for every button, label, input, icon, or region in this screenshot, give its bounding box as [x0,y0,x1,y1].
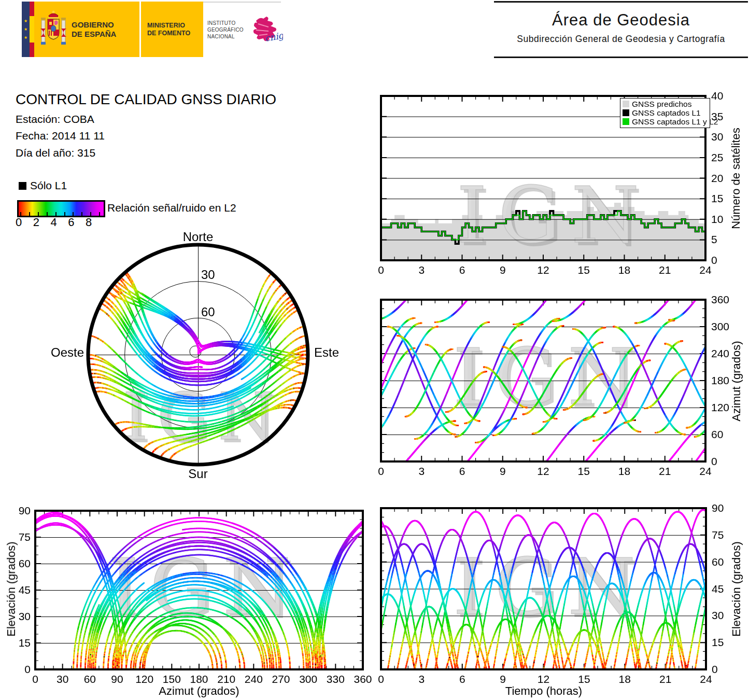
eu-flag-strip: ★ ★ ★ [22,2,30,57]
elevation-left-y-axis-title: Elevación (grados) [5,541,18,636]
legend-row-captados-l1: GNSS captados L1 [623,108,710,117]
spain-coat-of-arms-icon [39,9,67,50]
gobierno-block: GOBIERNO DE ESPAÑA [34,2,139,57]
elevation-azimuth-chart-canvas [0,500,374,700]
eu-star-icon: ★ [24,36,27,40]
azimuth-x-axis-title: Azimut (grados) [159,684,239,698]
skyplot-canvas [73,227,332,476]
skyplot-east-label: Este [314,345,339,360]
instituto-geografico-nacional-label: INSTITUTO GEOGRÁFICO NACIONAL [207,20,244,40]
header-title: Área de Geodesia [494,11,748,30]
legend-row-predichos: GNSS predichos [623,100,710,108]
day-of-year-label: Día del año: 315 [16,147,95,159]
colorbar-title: Relación señal/ruido en L2 [107,202,236,214]
ministerio-fomento-label: MINISTERIO DE FOMENTO [147,22,190,37]
colorbar-tick [73,212,74,216]
azimuth-time-chart-canvas [363,293,749,486]
spain-flag-strip [30,2,34,57]
header-subtitle: Subdirección General de Geodesia y Carto… [494,34,748,45]
page-title: CONTROL DE CALIDAD GNSS DIARIO [16,91,276,108]
colorbar-tick [38,212,39,216]
ign-block: INSTITUTO GEOGRÁFICO NACIONAL cnig [203,2,281,57]
colorbar-tick-label: 2 [33,216,39,229]
snr-colorbar [17,200,105,217]
station-label: Estación: COBA [16,113,94,125]
legend-label: GNSS predichos [632,100,691,109]
colorbar-tick-label: 4 [50,216,56,229]
colorbar-tick [47,212,48,216]
eu-star-icon: ★ [24,19,27,23]
elevation-right-y-axis-title: Elevación (grados) [730,541,743,636]
elevation-time-chart-canvas [375,500,749,700]
spain-government-logo-bar: ★ ★ ★ [22,2,281,57]
solo-l1-legend: Sólo L1 [19,179,67,192]
legend-label: GNSS captados L1 y L2 [632,117,718,127]
green-swatch-icon [623,118,629,125]
black-square-icon [19,182,26,190]
skyplot-ring-60-label: 60 [201,305,215,319]
eu-star-icon: ★ [24,27,27,32]
skyplot-ring-30-label: 30 [201,268,215,282]
sat-count-legend: GNSS predichos GNSS captados L1 GNSS cap… [620,98,710,128]
date-label: Fecha: 2014 11 11 [16,130,105,142]
colorbar-tick [29,212,30,216]
skyplot-north-label: Norte [183,230,214,244]
black-swatch-icon [623,109,629,116]
time-x-axis-title: Tiempo (horas) [505,684,582,698]
azimuth-y-axis-title: Azimut (grados) [730,341,743,421]
cnig-brush-icon: cnig [246,15,283,46]
gray-swatch-icon [623,101,629,107]
area-geodesia-header: Área de Geodesia Subdirección General de… [494,1,748,58]
colorbar-tick [64,212,65,216]
sat-count-y-axis-title: Número de satélites [729,128,743,229]
gobierno-espana-label: GOBIERNO DE ESPAÑA [72,20,116,38]
skyplot-south-label: Sur [188,467,207,481]
colorbar-tick [20,212,21,216]
legend-label: GNSS captados L1 [632,108,701,118]
colorbar-tick [55,212,56,216]
legend-row-captados-l1l2: GNSS captados L1 y L2 [623,117,710,126]
report-page: ★ ★ ★ [0,0,749,700]
solo-l1-label: Sólo L1 [30,179,67,192]
cnig-logo: cnig [246,15,283,46]
colorbar-tick [90,212,91,216]
skyplot-west-label: Oeste [48,345,84,360]
ministerio-block: MINISTERIO DE FOMENTO [141,2,203,57]
colorbar-tick [99,212,100,216]
colorbar-tick [81,212,82,216]
colorbar-tick-label: 0 [16,216,22,229]
